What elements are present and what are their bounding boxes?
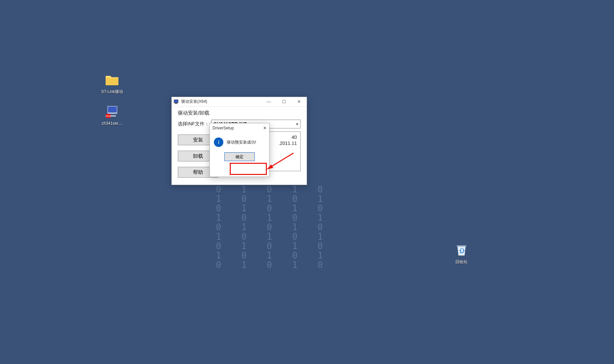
desktop-icon-label: 回收站 xyxy=(449,260,474,264)
desktop-icon-ch341ser-exe[interactable]: DISK ch341ser.... xyxy=(100,103,125,126)
chevron-down-icon: ▾ xyxy=(296,122,298,126)
dialog-message: 驱动预安装成功! xyxy=(227,140,256,145)
wallpaper-binary-pattern: 0 1 0 1 0 1 0 1 0 1 0 1 0 1 0 1 0 1 0 1 … xyxy=(216,185,330,270)
app-icon xyxy=(174,99,179,104)
close-icon[interactable]: ✕ xyxy=(263,126,267,130)
inf-file-label: 选择INF文件： xyxy=(178,121,209,127)
svg-rect-7 xyxy=(175,103,177,103)
driversetup-dialog: DriverSetup ✕ i 驱动预安装成功! 确定 xyxy=(210,123,270,177)
dialog-titlebar[interactable]: DriverSetup ✕ xyxy=(210,123,269,133)
desktop-icon-recycle-bin[interactable]: 回收站 xyxy=(449,242,474,264)
titlebar[interactable]: 驱动安装(X64) — ☐ ✕ xyxy=(172,97,307,107)
svg-rect-6 xyxy=(174,100,178,103)
svg-rect-1 xyxy=(108,107,117,113)
group-label: 驱动安装/卸载 xyxy=(178,110,301,116)
folder-icon xyxy=(104,72,120,88)
desktop-icon-label: ST-Link驱动 xyxy=(100,89,125,94)
svg-rect-8 xyxy=(174,103,178,104)
recycle-bin-icon xyxy=(453,242,470,258)
dialog-title: DriverSetup xyxy=(213,126,234,130)
window-title: 驱动安装(X64) xyxy=(181,99,207,104)
desktop-icon-label: ch341ser.... xyxy=(100,121,125,126)
maximize-button[interactable]: ☐ xyxy=(276,97,291,107)
minimize-button[interactable]: — xyxy=(261,97,276,107)
info-icon: i xyxy=(214,138,223,147)
svg-text:DISK: DISK xyxy=(105,115,111,117)
ok-button[interactable]: 确定 xyxy=(224,152,255,161)
desktop-icon-stlink-folder[interactable]: ST-Link驱动 xyxy=(100,72,125,94)
close-button[interactable]: ✕ xyxy=(291,97,307,107)
installer-icon: DISK xyxy=(104,103,120,120)
